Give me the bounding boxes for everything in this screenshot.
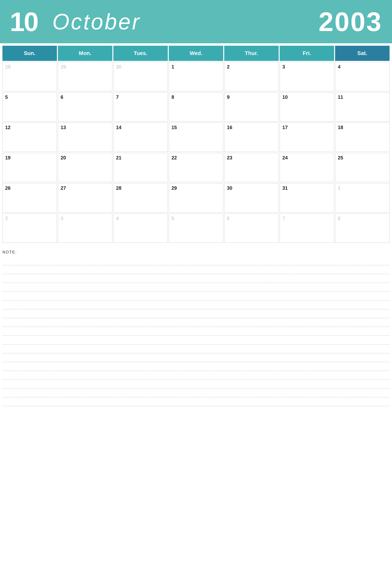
day-cell[interactable]: 29 [58, 62, 112, 91]
day-number: 4 [338, 64, 387, 70]
day-cell[interactable]: 30 [224, 183, 279, 212]
day-cell[interactable]: 22 [169, 153, 223, 182]
note-line[interactable] [2, 389, 390, 397]
day-number: 19 [5, 155, 54, 161]
calendar-grid: 2829301234567891011121314151617181920212… [2, 62, 390, 243]
day-cell[interactable]: 1 [335, 183, 390, 212]
note-line[interactable] [2, 336, 390, 344]
calendar-header: 10 October 2003 [0, 0, 392, 43]
day-cell[interactable]: 18 [335, 122, 390, 152]
day-cell[interactable]: 28 [113, 183, 168, 212]
day-number: 1 [171, 64, 221, 70]
day-number: 1 [338, 185, 387, 191]
day-number: 3 [282, 64, 331, 70]
day-cell[interactable]: 14 [113, 122, 168, 152]
note-line[interactable] [2, 292, 390, 300]
day-cell[interactable]: 31 [280, 183, 334, 212]
day-header-mon: Mon. [58, 46, 112, 61]
day-cell[interactable]: 29 [169, 183, 223, 212]
day-number: 30 [227, 185, 276, 191]
day-cell[interactable]: 1 [169, 62, 223, 91]
day-number: 2 [5, 216, 54, 221]
day-cell[interactable]: 8 [169, 92, 223, 121]
notes-label: NOTE: [2, 250, 390, 254]
day-cell[interactable]: 30 [113, 62, 168, 91]
day-cell[interactable]: 4 [113, 213, 168, 243]
year: 2003 [319, 8, 382, 35]
day-header-thu: Thur. [224, 46, 279, 61]
day-cell[interactable]: 28 [2, 62, 57, 91]
day-cell[interactable]: 6 [224, 213, 279, 243]
day-cell[interactable]: 11 [335, 92, 390, 121]
day-number: 11 [338, 94, 387, 100]
day-number: 18 [338, 125, 387, 130]
note-line[interactable] [2, 265, 390, 274]
day-number: 6 [61, 94, 110, 100]
day-cell[interactable]: 27 [58, 183, 112, 212]
day-number: 29 [61, 64, 110, 70]
day-number: 13 [61, 125, 110, 130]
day-number: 7 [116, 94, 165, 100]
day-number: 9 [227, 94, 276, 100]
day-number: 21 [116, 155, 165, 161]
day-number: 26 [5, 185, 54, 191]
note-line[interactable] [2, 309, 390, 318]
day-cell[interactable]: 3 [280, 62, 334, 91]
day-cell[interactable]: 2 [2, 213, 57, 243]
day-cell[interactable]: 13 [58, 122, 112, 152]
day-number: 6 [227, 216, 276, 221]
day-cell[interactable]: 21 [113, 153, 168, 182]
day-header-sat: Sat. [335, 46, 390, 61]
day-cell[interactable]: 25 [335, 153, 390, 182]
day-cell[interactable]: 20 [58, 153, 112, 182]
day-cell[interactable]: 8 [335, 213, 390, 243]
day-number: 28 [5, 64, 54, 70]
day-number: 5 [171, 216, 221, 221]
month-name: October [52, 11, 319, 33]
day-cell[interactable]: 2 [224, 62, 279, 91]
calendar-section: Sun. Mon. Tues. Wed. Thur. Fri. Sat. 282… [0, 46, 392, 243]
note-line[interactable] [2, 256, 390, 265]
day-headers: Sun. Mon. Tues. Wed. Thur. Fri. Sat. [2, 46, 390, 61]
note-line[interactable] [2, 283, 390, 292]
day-cell[interactable]: 5 [2, 92, 57, 121]
day-number: 24 [282, 155, 331, 161]
note-line[interactable] [2, 327, 390, 336]
day-number: 12 [5, 125, 54, 130]
note-line[interactable] [2, 318, 390, 327]
day-cell[interactable]: 9 [224, 92, 279, 121]
day-number: 20 [61, 155, 110, 161]
day-cell[interactable]: 16 [224, 122, 279, 152]
note-line[interactable] [2, 380, 390, 389]
day-cell[interactable]: 7 [280, 213, 334, 243]
day-number: 29 [171, 185, 221, 191]
day-cell[interactable]: 17 [280, 122, 334, 152]
day-cell[interactable]: 3 [58, 213, 112, 243]
day-number: 14 [116, 125, 165, 130]
note-line[interactable] [2, 397, 390, 406]
day-cell[interactable]: 23 [224, 153, 279, 182]
day-cell[interactable]: 4 [335, 62, 390, 91]
note-line[interactable] [2, 274, 390, 283]
note-lines [2, 256, 390, 406]
note-line[interactable] [2, 371, 390, 380]
note-line[interactable] [2, 344, 390, 353]
day-header-wed: Wed. [169, 46, 223, 61]
day-cell[interactable]: 12 [2, 122, 57, 152]
day-cell[interactable]: 24 [280, 153, 334, 182]
day-number: 8 [171, 94, 221, 100]
day-cell[interactable]: 15 [169, 122, 223, 152]
day-number: 17 [282, 125, 331, 130]
day-number: 3 [61, 216, 110, 221]
day-number: 31 [282, 185, 331, 191]
day-cell[interactable]: 19 [2, 153, 57, 182]
day-number: 10 [282, 94, 331, 100]
day-cell[interactable]: 10 [280, 92, 334, 121]
note-line[interactable] [2, 353, 390, 362]
day-cell[interactable]: 5 [169, 213, 223, 243]
note-line[interactable] [2, 362, 390, 371]
day-cell[interactable]: 7 [113, 92, 168, 121]
note-line[interactable] [2, 300, 390, 309]
day-cell[interactable]: 6 [58, 92, 112, 121]
day-cell[interactable]: 26 [2, 183, 57, 212]
